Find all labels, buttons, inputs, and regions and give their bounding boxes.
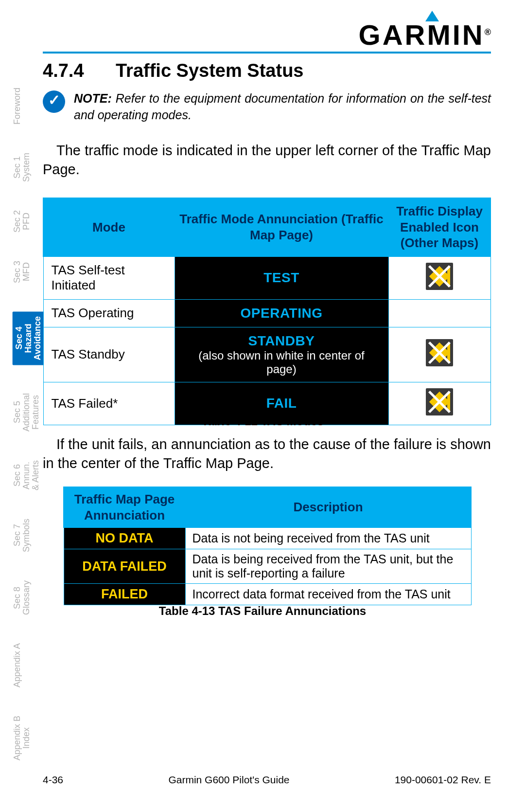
failure-ann-cell: DATA FAILED — [64, 549, 185, 584]
body2-text: If the unit fails, an annunciation as to… — [43, 436, 491, 471]
page-footer: 4-36 Garmin G600 Pilot's Guide 190-00601… — [43, 774, 491, 786]
body-paragraph-1: The traffic mode is indicated in the upp… — [43, 141, 491, 179]
heading-title: Traffic System Status — [116, 60, 303, 81]
sidebar-tab[interactable]: Sec 2PFD — [13, 210, 31, 233]
annunciation-cell: OPERATING — [175, 299, 388, 327]
tab-l2: Symbols — [21, 519, 31, 552]
traffic-disabled-icon — [426, 388, 453, 415]
icon-cell — [388, 327, 490, 382]
annunciation-cell: STANDBY(also shown in white in center of… — [175, 327, 388, 382]
sidebar-tab[interactable]: Appendix A — [13, 643, 22, 687]
sidebar-tab[interactable]: Sec 1System — [13, 153, 31, 182]
table-row: DATA FAILEDData is being received from t… — [64, 549, 471, 584]
footer-rev: 190-00601-02 Rev. E — [395, 774, 491, 786]
sidebar-tab[interactable]: Sec 3MFD — [13, 261, 31, 283]
note-check-icon — [43, 90, 65, 113]
failure-desc-cell: Incorrect data format received from the … — [185, 584, 471, 605]
failure-ann-cell: NO DATA — [64, 527, 185, 549]
tab-l2: MFD — [21, 263, 31, 282]
table-row: TAS OperatingOPERATING — [43, 299, 490, 327]
tab-l3: & Alerts — [31, 460, 40, 490]
annunciation-keyword: OPERATING — [241, 306, 323, 321]
table1-caption: Table 4-12 TAS Modes — [0, 415, 525, 428]
icon-cell — [388, 299, 490, 327]
tab-l2: System — [21, 153, 31, 182]
mode-cell: TAS Self-test Initiated — [43, 256, 175, 300]
note-text: NOTE: Refer to the equipment documentati… — [74, 90, 491, 124]
note-block: NOTE: Refer to the equipment documentati… — [43, 90, 491, 124]
t1-h1: Mode — [43, 198, 175, 256]
annunciation-sub: (also shown in white in center of page) — [183, 349, 381, 376]
header-rule — [43, 52, 491, 54]
tab-l1: Sec 2 — [12, 210, 22, 233]
tab-l1: Appendix B — [12, 716, 22, 760]
logo-text: GARMIN — [359, 19, 485, 51]
note-label: NOTE: — [74, 91, 112, 105]
logo-reg: ® — [485, 27, 491, 37]
failure-desc-cell: Data is not being received from the TAS … — [185, 527, 471, 549]
tab-l1: Foreword — [12, 88, 22, 125]
tab-l1: Sec 7 — [12, 524, 22, 546]
sidebar-tab[interactable]: Sec 6Annun.& Alerts — [13, 460, 40, 490]
table-row: FAILEDIncorrect data format received fro… — [64, 584, 471, 605]
t1-h3: Traffic Display Enabled Icon (Other Maps… — [388, 198, 490, 256]
t2-h2: Description — [185, 487, 471, 527]
annunciation-keyword: TEST — [263, 270, 299, 285]
tab-l2: Annun. — [21, 461, 31, 489]
failure-ann-cell: FAILED — [64, 584, 185, 605]
icon-cell — [388, 256, 490, 300]
tab-l2: Hazard — [23, 324, 33, 353]
annunciation-cell: TEST — [175, 256, 388, 300]
section-heading: 4.7.4Traffic System Status — [43, 60, 303, 81]
footer-title: Garmin G600 Pilot's Guide — [168, 774, 289, 786]
table-row: TAS StandbySTANDBY(also shown in white i… — [43, 327, 490, 382]
tab-l1: Sec 6 — [12, 464, 22, 487]
t2-h1: Traffic Map Page Annunciation — [64, 487, 185, 527]
sidebar-tab[interactable]: Sec 7Symbols — [13, 519, 31, 552]
table-row: TAS Self-test InitiatedTEST — [43, 256, 490, 300]
failure-desc-cell: Data is being received from the TAS unit… — [185, 549, 471, 584]
body1-text: The traffic mode is indicated in the upp… — [43, 143, 491, 177]
mode-cell: TAS Standby — [43, 327, 175, 382]
tas-modes-table: Mode Traffic Mode Annunciation (Traffic … — [43, 198, 491, 425]
tab-l2: Index — [21, 727, 31, 749]
tas-failure-table: Traffic Map Page Annunciation Descriptio… — [63, 487, 472, 605]
note-body: Refer to the equipment documentation for… — [74, 91, 491, 122]
traffic-disabled-icon — [426, 339, 453, 366]
t1-h2: Traffic Mode Annunciation (Traffic Map P… — [175, 198, 388, 256]
sidebar-tabs: ForewordSec 1SystemSec 2PFDSec 3MFDSec 4… — [13, 88, 38, 789]
annunciation-keyword: STANDBY — [248, 333, 315, 348]
table-row: NO DATAData is not being received from t… — [64, 527, 471, 549]
sidebar-tab[interactable]: Foreword — [13, 88, 22, 125]
tab-l3: Avoidance — [33, 316, 42, 360]
heading-number: 4.7.4 — [43, 60, 116, 81]
annunciation-keyword: FAIL — [266, 396, 297, 411]
sidebar-tab[interactable]: Sec 4HazardAvoidance — [13, 311, 44, 365]
tab-l2: PFD — [21, 213, 31, 230]
body-paragraph-2: If the unit fails, an annunciation as to… — [43, 435, 491, 473]
table2-caption: Table 4-13 TAS Failure Annunciations — [0, 604, 525, 618]
footer-page: 4-36 — [43, 774, 63, 786]
tab-l1: Appendix A — [12, 643, 22, 687]
sidebar-tab[interactable]: Appendix BIndex — [13, 716, 31, 760]
tab-l1: Sec 1 — [12, 156, 22, 179]
mode-cell: TAS Operating — [43, 299, 175, 327]
traffic-disabled-icon — [426, 263, 453, 290]
garmin-logo: GARMIN® — [359, 18, 491, 51]
tab-l1: Sec 4 — [14, 327, 24, 350]
tab-l1: Sec 3 — [12, 261, 22, 283]
